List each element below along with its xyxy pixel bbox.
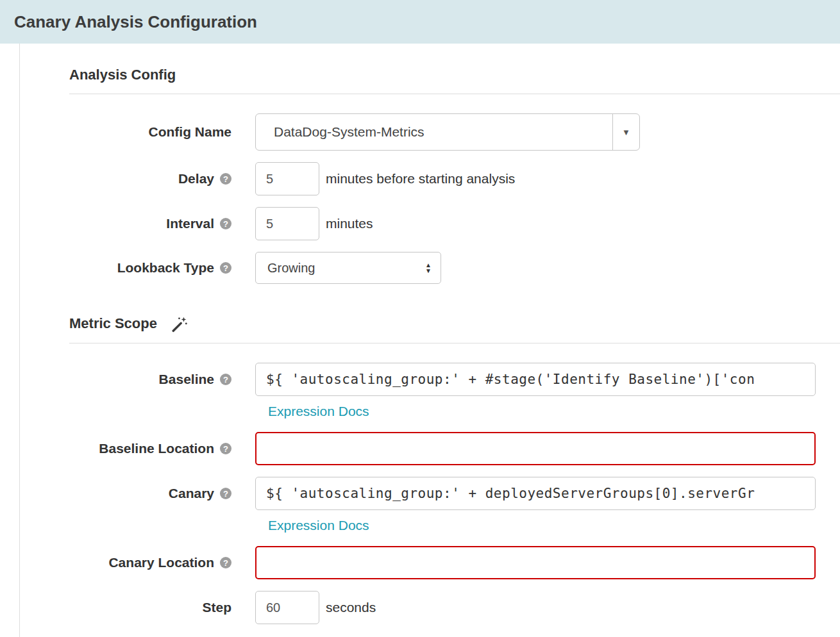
canary-control: Expression Docs xyxy=(255,477,840,534)
config-name-value: DataDog-System-Metrics xyxy=(256,114,612,150)
baseline-control: Expression Docs xyxy=(255,363,840,420)
interval-help-icon[interactable]: ? xyxy=(220,218,231,229)
delay-row: Delay ? minutes before starting analysis xyxy=(20,162,840,195)
canary-help-icon[interactable]: ? xyxy=(220,488,231,499)
lookback-type-label-col: Lookback Type ? xyxy=(20,252,231,284)
metric-scope-heading-text: Metric Scope xyxy=(69,315,157,332)
interval-control: minutes xyxy=(255,207,840,240)
interval-suffix: minutes xyxy=(326,216,373,231)
lookback-type-value: Growing xyxy=(267,261,315,276)
canary-location-label: Canary Location xyxy=(108,555,214,570)
delay-label: Delay xyxy=(178,171,214,186)
canary-label: Canary xyxy=(169,486,214,501)
baseline-location-label: Baseline Location xyxy=(99,441,214,456)
interval-label: Interval xyxy=(166,216,214,231)
magic-wand-icon[interactable] xyxy=(171,316,188,333)
lookback-type-control: Growing ▲ ▼ xyxy=(255,252,840,284)
page-title: Canary Analysis Configuration xyxy=(14,12,257,32)
select-updown-icon: ▲ ▼ xyxy=(425,262,432,274)
delay-control: minutes before starting analysis xyxy=(255,162,840,195)
expression-docs-link[interactable]: Expression Docs xyxy=(268,518,369,533)
chevron-down-icon[interactable]: ▼ xyxy=(612,114,639,150)
config-name-label-col: Config Name xyxy=(20,113,231,151)
baseline-input[interactable] xyxy=(255,363,816,396)
canary-location-control xyxy=(255,546,840,579)
baseline-location-label-col: Baseline Location ? xyxy=(20,432,231,465)
config-name-row: Config Name DataDog-System-Metrics ▼ xyxy=(20,113,840,151)
lookback-type-row: Lookback Type ? Growing ▲ ▼ xyxy=(20,252,840,284)
step-label: Step xyxy=(202,600,231,615)
baseline-help-icon[interactable]: ? xyxy=(220,374,231,385)
baseline-label: Baseline xyxy=(159,372,214,387)
delay-input[interactable] xyxy=(255,162,319,195)
canary-location-label-col: Canary Location ? xyxy=(20,546,231,579)
caret-down-icon: ▼ xyxy=(425,268,432,274)
step-control: seconds xyxy=(255,591,840,624)
divider xyxy=(69,94,840,94)
modal-body: Analysis Config Config Name DataDog-Syst… xyxy=(19,44,840,637)
modal-header: Canary Analysis Configuration xyxy=(0,0,840,44)
baseline-location-input[interactable] xyxy=(255,432,816,465)
baseline-row: Baseline ? Expression Docs xyxy=(20,363,840,420)
baseline-location-help-icon[interactable]: ? xyxy=(220,443,231,454)
config-name-select[interactable]: DataDog-System-Metrics ▼ xyxy=(255,113,640,151)
analysis-config-heading-text: Analysis Config xyxy=(69,67,176,83)
lookback-type-select[interactable]: Growing ▲ ▼ xyxy=(255,252,441,284)
step-suffix: seconds xyxy=(326,600,376,615)
interval-row: Interval ? minutes xyxy=(20,207,840,240)
canary-row: Canary ? Expression Docs xyxy=(20,477,840,534)
lookback-type-help-icon[interactable]: ? xyxy=(220,262,231,274)
section-heading-metric-scope: Metric Scope xyxy=(69,315,840,333)
canary-location-input[interactable] xyxy=(255,546,816,579)
step-row: Step seconds xyxy=(20,591,840,624)
canary-label-col: Canary ? xyxy=(20,477,231,510)
interval-input[interactable] xyxy=(255,207,319,240)
config-name-control: DataDog-System-Metrics ▼ xyxy=(255,113,840,151)
config-name-label: Config Name xyxy=(148,124,231,140)
canary-input[interactable] xyxy=(255,477,816,510)
step-label-col: Step xyxy=(20,591,231,624)
delay-help-icon[interactable]: ? xyxy=(220,173,231,185)
section-heading-analysis-config: Analysis Config xyxy=(69,67,840,83)
baseline-location-row: Baseline Location ? xyxy=(20,432,840,465)
expression-docs-link[interactable]: Expression Docs xyxy=(268,404,369,419)
interval-label-col: Interval ? xyxy=(20,207,231,240)
delay-label-col: Delay ? xyxy=(20,162,231,195)
lookback-type-label: Lookback Type xyxy=(117,260,214,276)
divider xyxy=(69,343,840,343)
baseline-location-control xyxy=(255,432,840,465)
step-input[interactable] xyxy=(255,591,319,624)
canary-location-help-icon[interactable]: ? xyxy=(220,557,231,568)
delay-suffix: minutes before starting analysis xyxy=(326,171,515,186)
canary-location-row: Canary Location ? xyxy=(20,546,840,579)
baseline-label-col: Baseline ? xyxy=(20,363,231,396)
